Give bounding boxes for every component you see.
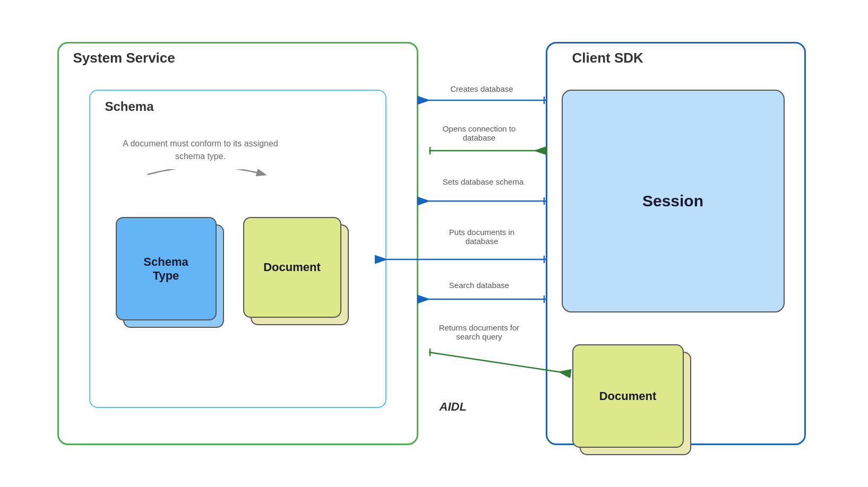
client-sdk-label: Client SDK: [572, 50, 643, 66]
aidl-label: AIDL: [440, 400, 467, 414]
arrow-label-sets-schema: Sets database schema: [426, 177, 540, 186]
arrow-label-search-db: Search database: [426, 281, 532, 290]
document-card-front-schema: Document: [243, 217, 341, 318]
arrow-label-returns-docs: Returns documents forsearch query: [418, 323, 540, 341]
architecture-diagram: System Service Schema A document must co…: [36, 21, 832, 466]
system-service-label: System Service: [73, 50, 175, 66]
session-card: Session: [562, 90, 785, 312]
schema-description: A document must conform to its assigned …: [110, 137, 291, 163]
document-stack-client: Document: [572, 344, 684, 448]
schema-label: Schema: [105, 99, 154, 114]
schema-type-card-front: SchemaType: [116, 217, 217, 320]
arrow-label-puts-docs: Puts documents indatabase: [424, 228, 540, 246]
schema-type-stack: SchemaType: [116, 217, 217, 320]
arrow-label-creates-db: Creates database: [429, 84, 535, 93]
arrow-label-opens-connection: Opens connection todatabase: [424, 124, 535, 142]
document-card-front-client: Document: [572, 344, 684, 448]
document-stack-schema: Document: [243, 217, 341, 318]
session-label: Session: [642, 192, 703, 210]
